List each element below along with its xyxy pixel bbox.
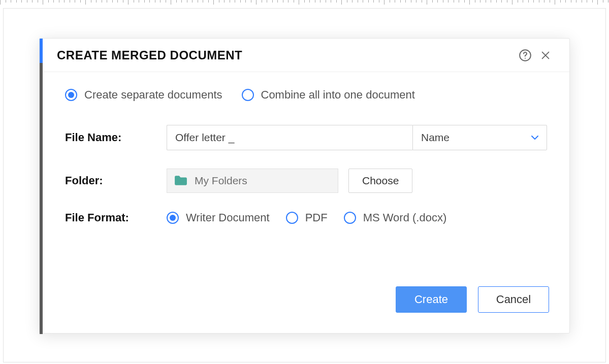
help-icon[interactable] [517, 47, 534, 64]
name-field-select[interactable]: Name [412, 125, 547, 150]
radio-label: Combine all into one document [261, 88, 415, 102]
file-name-label: File Name: [65, 131, 167, 144]
radio-format-docx[interactable]: MS Word (.docx) [344, 211, 447, 224]
radio-label: PDF [305, 211, 328, 224]
dialog-title: Create Merged Document [57, 48, 517, 62]
radio-format-pdf[interactable]: PDF [286, 211, 328, 224]
create-button[interactable]: Create [396, 286, 467, 313]
dialog-stripe [40, 39, 43, 333]
merge-mode-radiogroup: Create separate documents Combine all in… [65, 88, 547, 102]
file-name-input[interactable] [167, 125, 412, 150]
radio-icon [65, 89, 77, 101]
file-format-label: File Format: [65, 211, 167, 224]
close-icon[interactable] [537, 47, 554, 64]
radio-label: Create separate documents [84, 88, 222, 102]
folder-label: Folder: [65, 174, 167, 187]
file-format-row: File Format: Writer Document PDF MS Word… [65, 211, 547, 224]
radio-label: MS Word (.docx) [363, 211, 447, 224]
svg-point-1 [525, 57, 526, 58]
folder-row: Folder: My Folders Choose [65, 169, 547, 193]
file-name-row: File Name: Name [65, 125, 547, 150]
dialog-actions: Create Cancel [396, 286, 549, 313]
radio-combine-all[interactable]: Combine all into one document [242, 88, 415, 102]
radio-icon [242, 89, 254, 101]
radio-icon [286, 212, 298, 224]
chevron-down-icon [531, 135, 538, 140]
folder-value: My Folders [195, 175, 247, 187]
choose-folder-button[interactable]: Choose [348, 169, 412, 193]
radio-icon [167, 212, 179, 224]
select-value: Name [421, 131, 450, 144]
document-canvas: Create Merged Document Create separate d… [3, 8, 606, 362]
radio-label: Writer Document [186, 211, 270, 224]
folder-icon [174, 175, 187, 186]
cancel-button[interactable]: Cancel [478, 286, 549, 313]
radio-icon [344, 212, 356, 224]
radio-create-separate[interactable]: Create separate documents [65, 88, 222, 102]
radio-format-writer[interactable]: Writer Document [167, 211, 270, 224]
create-merged-document-dialog: Create Merged Document Create separate d… [39, 38, 570, 334]
dialog-header: Create Merged Document [40, 39, 569, 72]
horizontal-ruler [0, 0, 609, 5]
folder-display: My Folders [167, 169, 338, 193]
